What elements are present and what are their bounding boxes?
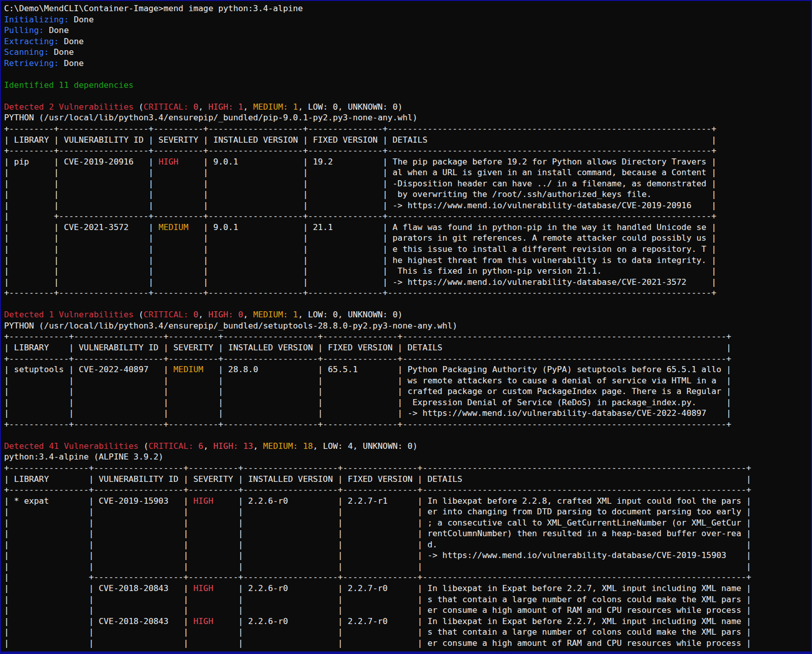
- text-segment: UNKNOWN:: [363, 441, 402, 451]
- text-segment: 1: [233, 102, 243, 112]
- text-segment: | +------------------+----------+-------…: [4, 211, 716, 221]
- text-segment: [4, 430, 9, 440]
- terminal-window: C:\Demo\MendCLI\Container-Image>mend ima…: [0, 0, 812, 654]
- text-segment: Done: [59, 37, 84, 46]
- text-segment: 1: [288, 102, 298, 112]
- text-segment: 0: [328, 310, 338, 319]
- table-row-line: | | | | | | -> https://www.mend.io/vulne…: [4, 277, 811, 288]
- table-row-line: | | CVE-2018-20843 | HIGH | 2.2.6-r0 | 2…: [4, 583, 811, 594]
- text-segment: MEDIUM:: [263, 441, 298, 451]
- text-segment: 1: [288, 310, 298, 319]
- blank-line: [4, 90, 811, 102]
- text-segment: HIGH: [189, 496, 238, 506]
- blank-line: [4, 430, 811, 441]
- text-segment: ,: [243, 310, 254, 319]
- table-row-line: | setuptools | CVE-2022-40897 | MEDIUM |…: [4, 364, 811, 375]
- text-segment: PYTHON (/usr/local/lib/python3.4/ensurep…: [4, 321, 457, 331]
- blank-line: [4, 299, 811, 310]
- text-segment: | 2.2.6-r0 | 2.2.7-r0 | In libexpat in E…: [238, 616, 752, 626]
- table-row-line: | | | | | | -Disposition header can have…: [4, 178, 811, 189]
- text-segment: ,: [298, 310, 308, 319]
- text-segment: LOW:: [323, 441, 342, 451]
- text-segment: UNKNOWN:: [348, 102, 387, 112]
- table-row-line: | | | | | | rentColumnNumber) then resul…: [4, 528, 811, 539]
- text-segment: +------------+------------------+-------…: [4, 354, 731, 364]
- text-segment: ,: [298, 102, 308, 112]
- text-segment: HIGH:: [208, 102, 233, 112]
- text-segment: LOW:: [308, 102, 328, 112]
- table-row-line: | | | | | | -> https://www.mend.io/vulne…: [4, 550, 811, 561]
- text-segment: 0: [189, 102, 199, 112]
- text-segment: python:3.4-alpine (ALPINE 3.9.2): [4, 452, 164, 462]
- status-line: Retrieving: Done: [4, 58, 811, 69]
- text-segment: 18: [298, 441, 313, 451]
- text-segment: CRITICAL:: [143, 310, 188, 319]
- table-border-line: +------------+------------------+-------…: [4, 419, 811, 430]
- text-segment: | | | | | | ws remote attackers to cause…: [4, 376, 731, 385]
- text-segment: 0: [328, 102, 338, 112]
- table-border-line: +---------+------------------+----------…: [4, 287, 811, 299]
- text-segment: | LIBRARY | VULNERABILITY ID | SEVERITY …: [4, 343, 731, 352]
- text-segment: Detected 1 Vulnerabilities: [4, 310, 139, 319]
- text-segment: +----------------+------------------+---…: [4, 463, 751, 473]
- terminal-output: C:\Demo\MendCLI\Container-Image>mend ima…: [4, 3, 811, 648]
- text-segment: CRITICAL:: [148, 441, 193, 451]
- table-border-line: +---------+------------------+----------…: [4, 123, 811, 135]
- text-segment: MEDIUM:: [253, 102, 288, 112]
- text-segment: +----------------+------------------+---…: [4, 485, 751, 495]
- table-header-line: | LIBRARY | VULNERABILITY ID | SEVERITY …: [4, 135, 811, 146]
- table-row-line: | | | | | | ; a consecutive call to XML_…: [4, 517, 811, 529]
- table-row-line: | | | | | | he highest threat from this …: [4, 255, 811, 266]
- text-segment: ,: [253, 441, 263, 451]
- text-segment: 0: [388, 310, 398, 319]
- text-segment: | pip | CVE-2019-20916 |: [4, 157, 153, 167]
- text-segment: | | | | | | er consume a high amount of …: [4, 638, 751, 648]
- text-segment: Done: [44, 25, 69, 35]
- text-segment: HIGH:: [208, 310, 233, 319]
- text-segment: Done: [49, 47, 74, 57]
- text-segment: | | | | | | rentColumnNumber) then resul…: [4, 529, 751, 538]
- text-segment: ,: [313, 441, 323, 451]
- table-row-line: | * expat | CVE-2019-15903 | HIGH | 2.2.…: [4, 496, 811, 507]
- text-segment: | | | | | | |: [4, 562, 751, 571]
- table-row-line: | | | | | | s that contain a large numbe…: [4, 627, 811, 638]
- text-segment: | | | | | | parators in git references. …: [4, 233, 716, 243]
- text-segment: | | | | | | -Disposition header can have…: [4, 179, 716, 188]
- text-segment: Scanning:: [4, 47, 49, 57]
- text-segment: | | | | | | he highest threat from this …: [4, 255, 716, 265]
- text-segment: 0: [233, 310, 243, 319]
- text-segment: CRITICAL:: [143, 102, 188, 112]
- text-segment: 4: [343, 441, 353, 451]
- text-segment: 0: [388, 102, 398, 112]
- table-row-line: | | | | | | e this issue to install a di…: [4, 244, 811, 255]
- text-segment: 0: [189, 310, 199, 319]
- text-segment: Done: [59, 58, 84, 68]
- table-row-line: | | | | | | parators in git references. …: [4, 233, 811, 244]
- text-segment: +---------+------------------+----------…: [4, 288, 716, 298]
- text-segment: (: [143, 441, 148, 451]
- text-segment: [4, 299, 9, 309]
- text-segment: MEDIUM:: [253, 310, 288, 319]
- text-segment: | | | | | | Expression Denial of Service…: [4, 398, 731, 407]
- text-segment: | | | | | | -> https://www.mend.io/vulne…: [4, 201, 716, 210]
- text-segment: (: [139, 310, 144, 319]
- text-segment: | | | | | | s that contain a large numbe…: [4, 627, 751, 637]
- table-row-line: | | | | | | crafted package or custom Pa…: [4, 386, 811, 397]
- scan-target-line: PYTHON (/usr/local/lib/python3.4/ensurep…: [4, 320, 811, 332]
- text-segment: | setuptools | CVE-2022-40897 |: [4, 365, 168, 374]
- text-segment: +------------+------------------+-------…: [4, 332, 731, 341]
- table-row-line: | | | | | | er into changing from DTD pa…: [4, 506, 811, 517]
- text-segment: | 28.8.0 | 65.5.1 | Python Packaging Aut…: [218, 365, 732, 374]
- table-row-line: | | | | | | Expression Denial of Service…: [4, 397, 811, 408]
- table-row-line: | | | | | | -> https://www.mend.io/vulne…: [4, 408, 811, 419]
- text-segment: | | | | | | al when a URL is given in an…: [4, 168, 716, 177]
- text-segment: ,: [338, 102, 348, 112]
- text-segment: +------------+------------------+-------…: [4, 419, 731, 429]
- text-segment: | | | | | | -> https://www.mend.io/vulne…: [4, 550, 751, 560]
- text-segment: MEDIUM: [153, 222, 203, 232]
- table-row-line: | pip | CVE-2019-20916 | HIGH | 9.0.1 | …: [4, 156, 811, 168]
- text-segment: Retrieving:: [4, 58, 59, 68]
- text-segment: | LIBRARY | VULNERABILITY ID | SEVERITY …: [4, 474, 751, 484]
- blank-line: [4, 69, 811, 80]
- table-row-line: | | | | | | er consume a high amount of …: [4, 638, 811, 649]
